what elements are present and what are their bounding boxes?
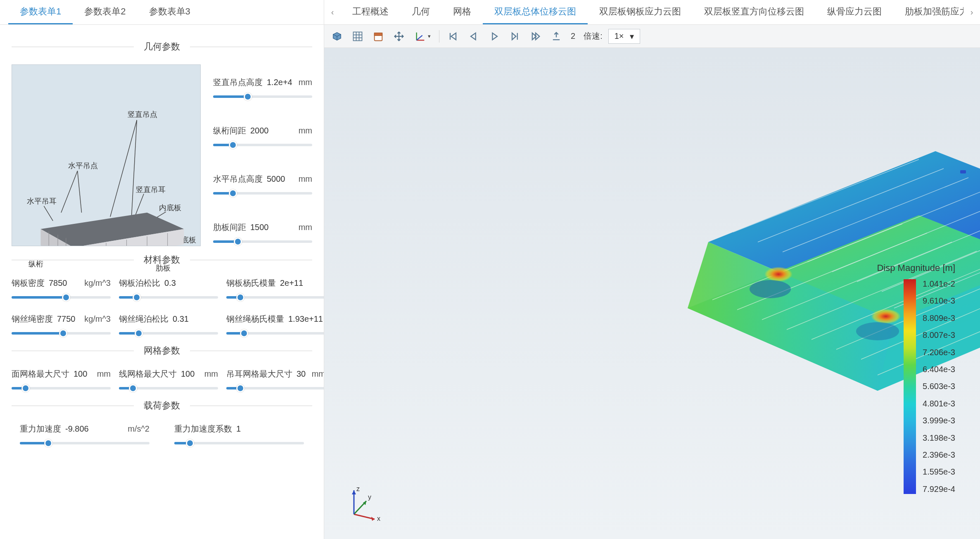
speed-value: 1× [615, 31, 624, 41]
slider[interactable] [12, 294, 111, 301]
svg-text:z: z [356, 485, 360, 492]
frame-count: 2 [568, 31, 578, 41]
export-icon[interactable] [548, 28, 565, 45]
play-icon[interactable] [486, 28, 503, 45]
slider[interactable] [226, 330, 324, 337]
step-forward-icon[interactable] [506, 28, 524, 45]
svg-marker-37 [451, 33, 456, 39]
param-steel-young: 钢板杨氏模量2e+11 [226, 278, 324, 301]
pvalue: 2e+11 [280, 278, 303, 288]
tab-long-stress[interactable]: 纵骨应力云图 [816, 0, 893, 24]
slider[interactable] [119, 385, 218, 392]
move-icon[interactable] [390, 28, 408, 45]
svg-marker-39 [492, 33, 497, 39]
plabel: 钢丝绳密度 [12, 313, 53, 325]
view-cube-icon[interactable] [328, 28, 346, 45]
legend-ticks: 1.041e-2 9.610e-3 8.809e-3 8.007e-3 7.20… [923, 279, 955, 494]
svg-rect-25 [354, 32, 362, 40]
punit: mm [97, 369, 111, 379]
legend-tick: 1.041e-2 [923, 279, 955, 289]
pvalue: 7850 [49, 278, 67, 288]
legend-tick: 8.007e-3 [923, 330, 955, 340]
legend-colorbar [904, 279, 916, 494]
pvalue: 1 [236, 424, 241, 434]
param-wire-poisson: 钢丝绳泊松比0.31 [119, 313, 218, 337]
tab-disp-contour[interactable]: 双层板总体位移云图 [483, 0, 588, 24]
svg-marker-40 [512, 33, 516, 39]
param-steel-density: 钢板密度7850kg/m^3 [12, 278, 111, 301]
legend-tick: 3.999e-3 [923, 416, 955, 425]
left-tab-3[interactable]: 参数表单3 [138, 0, 202, 24]
speed-select[interactable]: 1×▾ [608, 29, 640, 44]
plabel: 吊耳网格最大尺寸 [226, 368, 292, 380]
slider[interactable] [213, 93, 312, 100]
axis-triad: x y z [345, 485, 382, 522]
svg-marker-38 [471, 33, 476, 39]
left-tab-1[interactable]: 参数表单1 [8, 0, 73, 24]
left-panel: 参数表单1 参数表单2 参数表单3 几何参数 竖直吊点 水平吊点 水平吊耳 竖直… [0, 0, 324, 539]
left-content: 几何参数 竖直吊点 水平吊点 水平吊耳 竖直吊耳 内底板 外底板 纵桁 肋板 [0, 25, 324, 539]
viewport-3d[interactable]: x y z Disp Magnitude [m] 1.041e-2 9.610e… [324, 48, 980, 539]
param-rib-spacing: 肋板间距 1500 mm [213, 222, 312, 245]
legend-tick: 7.929e-4 [923, 484, 955, 494]
svg-line-1 [131, 120, 137, 217]
skip-end-icon[interactable] [527, 28, 544, 45]
diag-label-rib: 肋板 [156, 263, 171, 273]
slider[interactable] [226, 385, 324, 392]
legend: 1.041e-2 9.610e-3 8.809e-3 8.007e-3 7.20… [904, 279, 955, 494]
diag-label-long: 纵桁 [28, 259, 43, 269]
plabel: 线网格最大尺寸 [119, 368, 177, 380]
tab-steel-stress[interactable]: 双层板钢板应力云图 [588, 0, 693, 24]
svg-point-69 [750, 280, 791, 298]
slider[interactable] [226, 294, 324, 301]
skip-start-icon[interactable] [444, 28, 462, 45]
punit: mm [312, 369, 324, 379]
calendar-icon[interactable] [370, 28, 387, 45]
legend-tick: 9.610e-3 [923, 296, 955, 306]
svg-text:x: x [377, 515, 380, 522]
param-gravity-factor: 重力加速度系数1 [174, 423, 304, 447]
svg-line-4 [44, 206, 53, 221]
slider[interactable] [213, 190, 312, 197]
viewport-toolbar: ▾ 2 倍速: 1×▾ [324, 25, 980, 48]
pvalue: 1500 [250, 223, 269, 232]
slider[interactable] [119, 294, 218, 301]
grid-icon[interactable] [349, 28, 366, 45]
slider[interactable] [174, 439, 304, 447]
param-vertical-hoist-height: 竖直吊点高度 1.2e+4 mm [213, 77, 312, 100]
pvalue: 100 [181, 369, 195, 379]
pvalue: 100 [74, 369, 87, 379]
punit: mm [299, 78, 312, 87]
svg-marker-82 [352, 490, 356, 494]
pvalue: 5000 [267, 174, 285, 184]
slider[interactable] [119, 330, 218, 337]
plabel: 钢丝绳杨氏模量 [226, 313, 284, 325]
axes-dropdown[interactable]: ▾ [411, 28, 434, 45]
plabel: 钢板泊松比 [119, 278, 160, 289]
punit: mm [299, 174, 312, 184]
legend-tick: 1.595e-3 [923, 467, 955, 477]
param-gravity: 重力加速度-9.806m/s^2 [20, 423, 149, 447]
step-back-icon[interactable] [465, 28, 482, 45]
slider[interactable] [213, 238, 312, 245]
tab-vertical-disp[interactable]: 双层板竖直方向位移云图 [693, 0, 816, 24]
legend-tick: 5.603e-3 [923, 382, 955, 391]
slider[interactable] [12, 330, 111, 337]
slider[interactable] [20, 439, 149, 447]
punit: mm [299, 126, 312, 135]
tab-rib-rebar-stress[interactable]: 肋板加强筋应力云 [893, 0, 963, 24]
tabs-scroll-right[interactable]: › [963, 0, 980, 24]
tabs-scroll-left[interactable]: ‹ [324, 0, 341, 24]
slider[interactable] [12, 385, 111, 392]
slider[interactable] [213, 141, 312, 149]
legend-tick: 3.198e-3 [923, 433, 955, 443]
tab-geometry[interactable]: 几何 [400, 0, 441, 24]
tab-mesh[interactable]: 网格 [441, 0, 483, 24]
right-tab-bar: ‹ 工程概述 几何 网格 双层板总体位移云图 双层板钢板应力云图 双层板竖直方向… [324, 0, 980, 25]
section-header-mesh: 网格参数 [12, 344, 312, 357]
plabel: 水平吊点高度 [213, 173, 263, 185]
tab-overview[interactable]: 工程概述 [341, 0, 400, 24]
left-tab-bar: 参数表单1 参数表单2 参数表单3 [0, 0, 324, 25]
left-tab-2[interactable]: 参数表单2 [73, 0, 137, 24]
speed-label: 倍速: [581, 31, 605, 42]
